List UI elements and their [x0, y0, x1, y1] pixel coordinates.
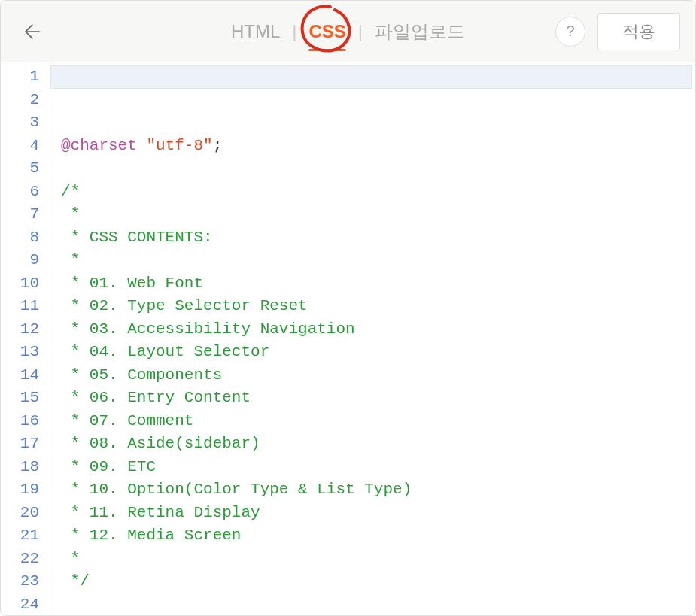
line-number: 21	[1, 524, 39, 548]
tab-bar: HTML | CSS | 파일업로드	[223, 17, 473, 47]
code-line[interactable]: * 07. Comment	[61, 410, 695, 433]
line-number: 7	[1, 203, 39, 226]
code-editor[interactable]: 123456789101112131415161718192021222324 …	[1, 62, 695, 615]
apply-button[interactable]: 적용	[597, 13, 680, 50]
help-button[interactable]: ?	[555, 17, 585, 47]
code-line[interactable]: * 08. Aside(sidebar)	[61, 432, 695, 456]
line-number: 23	[1, 570, 39, 593]
line-number: 11	[1, 295, 39, 318]
line-number: 8	[1, 226, 39, 250]
line-number: 3	[1, 111, 39, 135]
line-number: 22	[1, 548, 39, 571]
code-line[interactable]: *	[61, 203, 695, 226]
line-number: 20	[1, 502, 39, 525]
tab-divider: |	[287, 21, 301, 42]
line-gutter: 123456789101112131415161718192021222324	[1, 62, 50, 615]
line-number: 14	[1, 364, 39, 387]
code-line[interactable]: * 03. Accessibility Navigation	[61, 318, 695, 341]
line-number: 12	[1, 318, 39, 341]
line-number: 24	[1, 593, 39, 617]
back-button[interactable]	[16, 17, 46, 47]
line-number: 18	[1, 456, 39, 479]
tab-upload[interactable]: 파일업로드	[367, 17, 473, 47]
code-line[interactable]: * 04. Layout Selector	[61, 341, 695, 364]
code-line[interactable]: * 12. Media Screen	[61, 524, 695, 548]
tab-css[interactable]: CSS	[301, 18, 353, 45]
line-number: 5	[1, 157, 39, 181]
arrow-left-icon	[20, 21, 41, 42]
code-line[interactable]: * 05. Components	[61, 364, 695, 387]
code-line[interactable]	[61, 593, 695, 616]
line-number: 2	[1, 89, 39, 112]
code-line[interactable]: * 06. Entry Content	[61, 387, 695, 410]
code-line[interactable]: * CSS CONTENTS:	[61, 226, 695, 250]
code-line[interactable]: * 09. ETC	[61, 456, 695, 479]
code-line[interactable]: /*	[61, 181, 695, 204]
tab-divider: |	[354, 21, 367, 42]
line-number: 13	[1, 341, 39, 364]
code-line[interactable]: *	[61, 548, 695, 571]
line-number: 17	[1, 432, 39, 456]
code-line[interactable]: */	[61, 570, 695, 593]
code-line[interactable]: * 01. Web Font	[61, 272, 695, 296]
code-line[interactable]: * 02. Type Selector Reset	[61, 295, 695, 318]
active-line-highlight	[50, 65, 692, 89]
line-number: 4	[1, 135, 39, 158]
code-line[interactable]: *	[61, 249, 695, 272]
line-number: 9	[1, 249, 39, 272]
tab-html[interactable]: HTML	[223, 18, 287, 45]
line-number: 19	[1, 478, 39, 502]
line-number: 1	[1, 65, 39, 89]
line-number: 10	[1, 272, 39, 296]
code-area[interactable]: @charset "utf-8"; /* * * CSS CONTENTS: *…	[50, 62, 695, 615]
header-right-controls: ? 적용	[555, 13, 680, 50]
code-line[interactable]: * 11. Retina Display	[61, 502, 695, 525]
header-bar: HTML | CSS | 파일업로드 ? 적용	[1, 1, 695, 62]
code-line[interactable]: * 10. Option(Color Type & List Type)	[61, 478, 695, 502]
line-number: 6	[1, 181, 39, 204]
code-line[interactable]: @charset "utf-8";	[61, 135, 695, 158]
line-number: 15	[1, 387, 39, 410]
line-number: 16	[1, 410, 39, 433]
code-line[interactable]	[61, 157, 695, 181]
